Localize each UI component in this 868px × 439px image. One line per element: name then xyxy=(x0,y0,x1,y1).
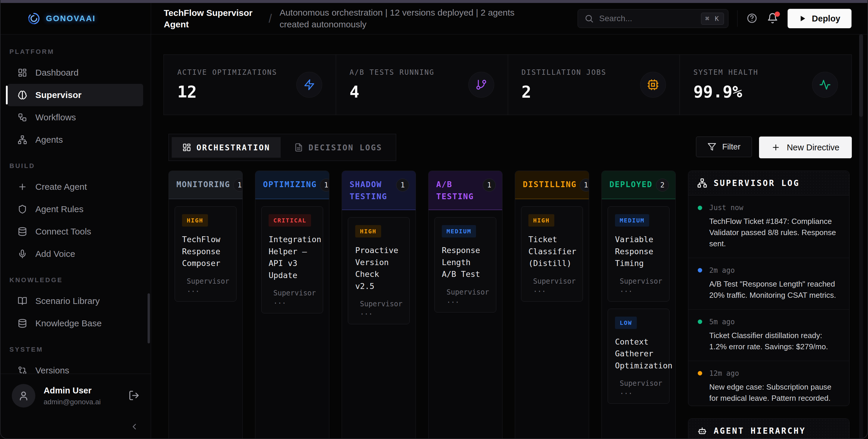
bolt-icon xyxy=(303,79,315,91)
sidebar-item-supervisor[interactable]: Supervisor xyxy=(8,84,143,106)
stat-distillation-jobs: DISTILLATION JOBS 2 xyxy=(508,55,680,115)
card-agent: Supervisor ... xyxy=(187,277,229,294)
notifications-button[interactable] xyxy=(767,13,779,25)
deploy-button[interactable]: Deploy xyxy=(787,9,851,28)
tab-label: ORCHESTRATION xyxy=(196,143,270,152)
column-shadow-testing: SHADOW TESTING 1 HIGH Proactive Version … xyxy=(342,171,416,439)
column-header: DEPLOYED 2 xyxy=(602,171,675,199)
card-agent-row: Supervisor ... xyxy=(269,289,316,305)
sidebar-item-agent-rules[interactable]: Agent Rules xyxy=(8,198,143,221)
column-count-badge: 2 xyxy=(656,179,669,192)
log-text: A/B Test "Response Length" reached 20% t… xyxy=(709,279,840,301)
task-card[interactable]: CRITICAL Integration Helper – API v3 Upd… xyxy=(261,206,323,313)
sidebar-item-label: Dashboard xyxy=(35,68,79,78)
sidebar-item-label: Versions xyxy=(35,366,69,374)
priority-badge: HIGH xyxy=(355,225,381,237)
task-card[interactable]: HIGH TechFlow Response Composer Supervis… xyxy=(175,206,237,302)
card-title: Variable Response Timing xyxy=(615,234,662,270)
priority-badge: HIGH xyxy=(182,214,208,227)
sidebar-item-create-agent[interactable]: Create Agent xyxy=(8,176,143,198)
column-header: DISTILLING 1 xyxy=(515,171,589,199)
window-chrome-strip xyxy=(0,0,868,3)
sidebar-item-label: Scenario Library xyxy=(35,296,99,306)
sidebar-section-build: BUILD xyxy=(9,162,142,170)
task-card[interactable]: MEDIUM Response Length A/B Test Supervis… xyxy=(434,217,496,312)
page-title: TechFlow Supervisor Agent xyxy=(164,7,261,30)
card-title: Response Length A/B Test xyxy=(442,244,489,280)
log-time: Just now xyxy=(709,204,743,212)
cpu-icon xyxy=(647,79,659,91)
sidebar-item-label: Agents xyxy=(35,135,63,145)
sidebar-item-label: Supervisor xyxy=(35,90,82,100)
log-time: 2m ago xyxy=(709,266,735,274)
filter-button[interactable]: Filter xyxy=(696,137,752,157)
help-button[interactable] xyxy=(746,13,758,25)
column-ab-testing: A/B TESTING 1 MEDIUM Response Length A/B… xyxy=(428,171,502,439)
tab-decision-logs[interactable]: DECISION LOGS xyxy=(284,137,393,158)
stat-icon-wrap xyxy=(296,72,322,98)
stat-icon-wrap xyxy=(812,72,838,98)
sidebar-item-label: Workflows xyxy=(35,112,76,123)
sidebar-item-knowledge-base[interactable]: Knowledge Base xyxy=(8,312,143,335)
main-scrollbar[interactable] xyxy=(859,34,863,439)
task-card[interactable]: HIGH Proactive Version Check v2.5 Superv… xyxy=(348,217,410,324)
grid-icon xyxy=(182,143,191,152)
logout-button[interactable] xyxy=(128,390,140,402)
stat-active-optimizations: ACTIVE OPTIMIZATIONS 12 xyxy=(164,55,336,115)
user-name: Admin User xyxy=(43,386,101,396)
card-agent-row: Supervisor ... xyxy=(615,277,662,294)
sidebar-item-label: Knowledge Base xyxy=(35,318,102,328)
sidebar-item-add-voice[interactable]: Add Voice xyxy=(8,243,143,265)
task-card[interactable]: LOW Context Gatherer Optimization Superv… xyxy=(608,309,670,404)
card-agent-row: Supervisor ... xyxy=(528,277,576,294)
sidebar-item-workflows[interactable]: Workflows xyxy=(8,106,143,129)
column-deployed: DEPLOYED 2 MEDIUM Variable Response Timi… xyxy=(601,171,676,439)
deploy-label: Deploy xyxy=(812,14,840,24)
status-dot xyxy=(698,268,702,272)
column-title: OPTIMIZING xyxy=(263,179,317,191)
sidebar-item-label: Connect Tools xyxy=(35,227,91,237)
card-agent: Supervisor ... xyxy=(360,300,403,316)
brand-logo[interactable]: GONOVAAI xyxy=(0,3,151,34)
app-window: GONOVAAI TechFlow Supervisor Agent / Aut… xyxy=(0,0,868,439)
sidebar-item-dashboard[interactable]: Dashboard xyxy=(8,62,143,84)
sidebar-nav: PLATFORM Dashboard Supervisor Workflows … xyxy=(0,34,151,374)
funnel-icon xyxy=(708,142,716,151)
search-shortcut: ⌘ K xyxy=(701,13,724,25)
log-text: Ticket Classifier distillation ready: 1.… xyxy=(709,330,840,352)
supervisor-log-title: SUPERVISOR LOG xyxy=(714,178,800,188)
main-scrollbar-thumb[interactable] xyxy=(859,34,863,117)
tab-label: DECISION LOGS xyxy=(308,143,382,152)
sidebar-item-agents[interactable]: Agents xyxy=(8,129,143,151)
column-header: SHADOW TESTING 1 xyxy=(342,171,415,210)
log-entry: 12m ago New edge case: Subscription paus… xyxy=(688,361,849,406)
agent-hierarchy-panel: AGENT HIERARCHY xyxy=(688,418,849,439)
sidebar-item-scenario-library[interactable]: Scenario Library xyxy=(8,290,143,312)
sidebar-collapse-button[interactable] xyxy=(130,422,140,432)
card-agent: Supervisor ... xyxy=(533,277,576,294)
column-header: OPTIMIZING 1 xyxy=(255,171,329,199)
task-card[interactable]: HIGH Ticket Classifier (Distill) Supervi… xyxy=(521,206,583,302)
user-icon xyxy=(18,390,29,401)
priority-badge: CRITICAL xyxy=(269,214,311,227)
sidebar-user-footer: Admin User admin@gonova.ai xyxy=(0,374,151,439)
column-title: A/B TESTING xyxy=(436,179,480,202)
task-card[interactable]: MEDIUM Variable Response Timing Supervis… xyxy=(608,206,670,302)
supervisor-log-header: SUPERVISOR LOG xyxy=(688,171,849,195)
new-directive-button[interactable]: New Directive xyxy=(759,137,852,158)
help-icon xyxy=(746,13,757,24)
sidebar-item-connect-tools[interactable]: Connect Tools xyxy=(8,221,143,243)
tab-orchestration[interactable]: ORCHESTRATION xyxy=(172,137,281,158)
search-input[interactable]: Search... ⌘ K xyxy=(578,9,728,28)
play-icon xyxy=(799,15,806,22)
sidebar-item-versions[interactable]: Versions xyxy=(8,359,143,374)
stat-icon-wrap xyxy=(468,72,494,98)
git-branch-icon xyxy=(475,79,487,91)
user-info: Admin User admin@gonova.ai xyxy=(43,386,101,406)
chevron-left-icon xyxy=(130,422,139,431)
sidebar-scrollbar[interactable] xyxy=(148,293,150,343)
file-text-icon xyxy=(294,143,303,152)
plus-icon xyxy=(18,182,27,192)
stat-value: 2 xyxy=(522,82,607,101)
title-separator: / xyxy=(269,12,272,25)
